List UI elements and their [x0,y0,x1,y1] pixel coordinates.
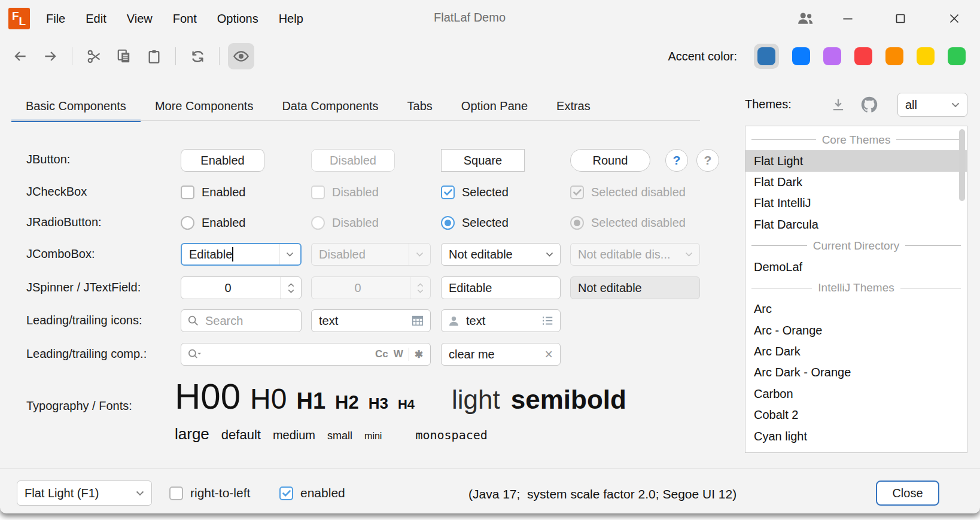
menu-view[interactable]: View [117,0,163,37]
search-with-dropdown-icon[interactable] [187,348,202,360]
search-field-with-options[interactable]: Cc W ✱ [181,343,431,366]
sample-h1: H1 [296,388,325,414]
search-field[interactable]: Search [181,309,302,332]
list-icon[interactable] [541,314,554,327]
accent-swatch-red[interactable] [854,47,872,65]
download-themes-button[interactable] [828,95,848,115]
forward-button[interactable] [37,43,63,69]
tab-tabs[interactable]: Tabs [393,91,447,121]
theme-item-arc-dark-orange[interactable]: Arc Dark - Orange [745,362,967,383]
radio-disabled: Disabled [311,215,379,230]
theme-item-arc-dark[interactable]: Arc Dark [745,341,967,362]
accent-swatch-blue-default[interactable] [757,47,775,65]
accent-swatch-purple[interactable] [823,47,841,65]
combobox-editable[interactable]: Editable [181,243,302,266]
round-button[interactable]: Round [570,149,650,172]
maximize-icon [893,11,908,26]
menu-options[interactable]: Options [207,0,269,37]
tab-basic-components[interactable]: Basic Components [11,91,141,121]
combobox-not-editable[interactable]: Not editable [441,243,561,266]
spinner-buttons[interactable] [281,277,301,299]
users-icon [796,10,814,28]
theme-item-flat-darcula[interactable]: Flat Darcula [745,214,967,235]
combobox-arrow-button[interactable] [279,244,300,264]
laf-combobox[interactable]: Flat Light (F1) [17,481,152,506]
theme-item-demolaf[interactable]: DemoLaf [745,256,967,277]
close-window-button[interactable] [941,5,967,32]
menu-help[interactable]: Help [269,0,314,37]
textfield-with-calendar-icon[interactable]: text [311,309,431,332]
theme-item-flat-dark[interactable]: Flat Dark [745,172,967,193]
menu-font[interactable]: Font [163,0,207,37]
main-tabbar: Basic Components More Components Data Co… [11,91,605,121]
combobox-value: Editable [189,248,232,261]
tab-option-pane[interactable]: Option Pane [447,91,542,121]
github-button[interactable] [859,95,879,115]
paste-button[interactable] [141,43,167,69]
spinner-enabled[interactable]: 0 [181,276,302,299]
accent-swatch-yellow[interactable] [917,47,935,65]
calendar-grid-icon[interactable] [411,314,424,327]
match-case-toggle[interactable]: Cc [375,348,388,360]
checkbox-enabled[interactable]: Enabled [181,184,245,200]
theme-item-carbon[interactable]: Carbon [745,384,967,405]
theme-item-cobalt-2[interactable]: Cobalt 2 [745,405,967,425]
combobox-arrow-button[interactable] [538,244,560,265]
sample-small: small [327,430,352,442]
typography-headings: H00 H0 H1 H2 H3 H4 light semibold [175,376,626,417]
theme-item-flat-light[interactable]: Flat Light [745,150,967,171]
radio-selected[interactable]: Selected [441,215,509,230]
checkbox-selected[interactable]: Selected [441,184,509,200]
menu-edit[interactable]: Edit [75,0,116,37]
clear-icon[interactable]: × [545,346,553,363]
show-hidden-toggle[interactable] [228,43,254,69]
accent-swatch-green[interactable] [948,47,966,65]
tab-data-components[interactable]: Data Components [267,91,392,121]
theme-item-arc-orange[interactable]: Arc - Orange [745,320,967,341]
close-button[interactable]: Close [876,481,939,506]
maximize-button[interactable] [887,5,914,32]
theme-item-cyan-light[interactable]: Cyan light [745,425,967,446]
help-button-enabled[interactable]: ? [665,149,688,172]
sample-large: large [175,425,209,443]
theme-item-flat-intellij[interactable]: Flat IntelliJ [745,193,967,214]
square-button[interactable]: Square [441,149,525,172]
regex-toggle[interactable]: ✱ [415,348,423,361]
refresh-button[interactable] [184,43,211,69]
chevron-down-icon [416,252,424,257]
cut-button[interactable] [81,43,107,69]
chevron-down-icon [685,252,693,257]
radio-enabled[interactable]: Enabled [181,215,245,230]
users-button[interactable] [792,5,818,32]
textfield-value: text [312,314,338,328]
forward-icon [42,48,58,64]
minimize-button[interactable] [835,5,861,32]
accent-swatch-orange[interactable] [885,47,903,65]
accent-swatch-bright-blue[interactable] [792,47,810,65]
menu-file[interactable]: File [36,0,75,37]
enabled-button[interactable]: Enabled [181,149,264,172]
textfield-with-user-icon[interactable]: text [441,309,561,332]
whole-word-toggle[interactable]: W [394,348,403,360]
checkbox-icon [169,486,183,500]
jcombobox-label: JComboBox: [26,247,95,261]
theme-item-arc[interactable]: Arc [745,299,967,320]
theme-list-scrollbar[interactable] [959,129,965,201]
radio-selected-icon [441,216,455,230]
disabled-button: Disabled [311,149,395,172]
enabled-checkbox[interactable]: enabled [279,485,345,501]
theme-item-dark-flat[interactable]: Dark Flat [745,447,967,453]
menubar: File Edit View Font Options Help [36,0,314,37]
tab-extras[interactable]: Extras [542,91,605,121]
copy-button[interactable] [111,43,137,69]
clearable-field[interactable]: clear me × [441,343,561,366]
checkbox-label: Enabled [202,186,245,199]
tab-more-components[interactable]: More Components [141,91,268,121]
right-to-left-checkbox[interactable]: right-to-left [169,485,250,501]
themes-filter-combobox[interactable]: all [897,93,967,117]
options-separator [409,348,409,361]
textfield-editable[interactable]: Editable [441,276,561,299]
spinner-disabled: 0 [311,276,431,299]
search-options: Cc W ✱ [375,348,423,361]
back-button[interactable] [7,43,34,69]
